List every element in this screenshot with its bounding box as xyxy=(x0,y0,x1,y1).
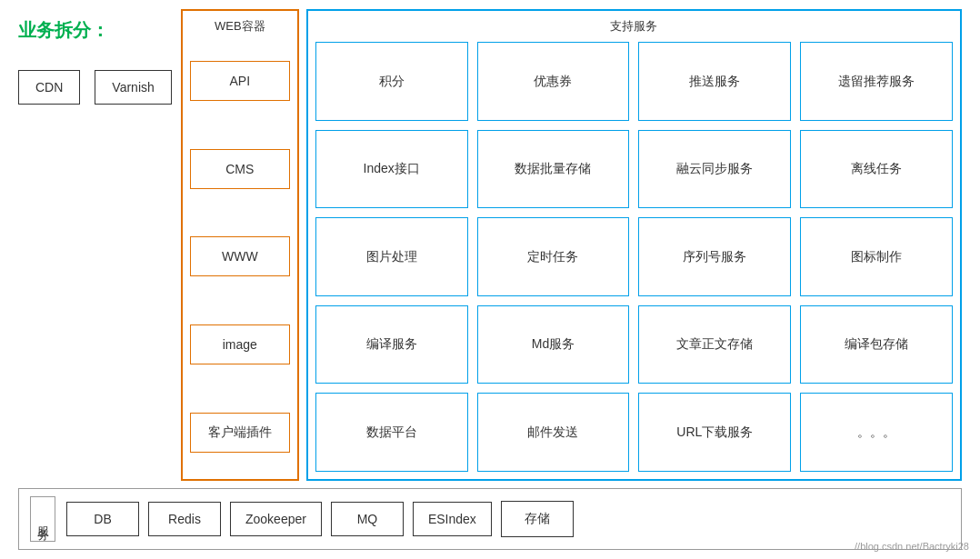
watermark: //blog.csdn.net/Bactryki28 xyxy=(855,541,969,552)
support-item-13: Md服务 xyxy=(477,305,630,384)
support-item-18: URL下载服务 xyxy=(638,393,791,472)
service-zookeeper: Zookeeper xyxy=(230,502,322,536)
support-item-1: 优惠券 xyxy=(477,42,630,121)
service-label: 服务 xyxy=(30,496,55,542)
service-storage: 存储 xyxy=(501,501,574,537)
varnish-box: Varnish xyxy=(95,70,171,105)
support-item-6: 融云同步服务 xyxy=(638,130,791,209)
web-item-plugin: 客户端插件 xyxy=(190,413,290,453)
support-item-4: Index接口 xyxy=(315,130,468,209)
cdn-box: CDN xyxy=(18,70,80,105)
service-mq: MQ xyxy=(331,502,404,536)
support-item-8: 图片处理 xyxy=(315,217,468,296)
support-item-2: 推送服务 xyxy=(638,42,791,121)
cdn-varnish-row: CDN Varnish xyxy=(18,70,172,105)
support-item-12: 编译服务 xyxy=(315,305,468,384)
support-item-3: 遗留推荐服务 xyxy=(800,42,953,121)
web-item-www: WWW xyxy=(190,236,290,276)
left-panel: 业务拆分： CDN Varnish xyxy=(18,9,181,481)
web-items: API CMS WWW image 客户端插件 xyxy=(190,42,290,472)
support-item-19: 。。。 xyxy=(800,393,953,472)
support-item-16: 数据平台 xyxy=(315,393,468,472)
main-container: 业务拆分： CDN Varnish WEB容器 API CMS WWW imag… xyxy=(18,9,962,550)
service-items: DB Redis Zookeeper MQ ESIndex 存储 xyxy=(66,501,950,537)
support-item-11: 图标制作 xyxy=(800,217,953,296)
web-container-label: WEB容器 xyxy=(190,18,290,35)
web-container-panel: WEB容器 API CMS WWW image 客户端插件 xyxy=(181,9,299,481)
support-item-14: 文章正文存储 xyxy=(638,305,791,384)
support-item-5: 数据批量存储 xyxy=(477,130,630,209)
service-db: DB xyxy=(66,502,139,536)
support-item-17: 邮件发送 xyxy=(477,393,630,472)
service-redis: Redis xyxy=(148,502,221,536)
service-esindex: ESIndex xyxy=(413,502,492,536)
page-title: 业务拆分： xyxy=(18,18,172,43)
support-label: 支持服务 xyxy=(315,18,953,35)
web-item-api: API xyxy=(190,61,290,101)
support-item-10: 序列号服务 xyxy=(638,217,791,296)
web-item-image: image xyxy=(190,324,290,364)
bottom-section: 服务 DB Redis Zookeeper MQ ESIndex 存储 xyxy=(18,488,962,550)
support-item-15: 编译包存储 xyxy=(800,305,953,384)
support-grid: 积分 优惠券 推送服务 遗留推荐服务 Index接口 数据批量存储 融云同步服务… xyxy=(315,42,953,472)
support-item-7: 离线任务 xyxy=(800,130,953,209)
support-item-9: 定时任务 xyxy=(477,217,630,296)
support-item-0: 积分 xyxy=(315,42,468,121)
top-section: 业务拆分： CDN Varnish WEB容器 API CMS WWW imag… xyxy=(18,9,962,481)
support-panel: 支持服务 积分 优惠券 推送服务 遗留推荐服务 Index接口 数据批量存储 融… xyxy=(306,9,962,481)
web-item-cms: CMS xyxy=(190,149,290,189)
